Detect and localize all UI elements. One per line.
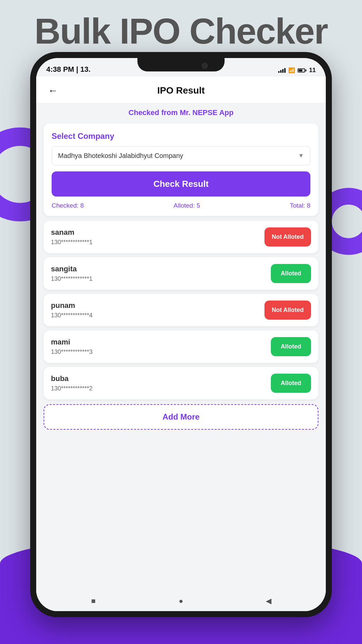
phone-frame: 4:38 PM | 13. 📶 11 — [30, 52, 332, 617]
page-title: IPO Result — [36, 85, 326, 96]
app-header: ← IPO Result — [36, 76, 326, 103]
result-name: mami — [51, 338, 93, 346]
result-account: 130************3 — [51, 348, 93, 356]
result-info: punam130************4 — [51, 301, 93, 319]
bottom-nav: ■ ● ◀ — [36, 591, 326, 611]
status-time: 4:38 PM | 13. — [46, 65, 90, 74]
wifi-icon: 📶 — [288, 67, 295, 73]
signal-icon — [278, 68, 286, 73]
add-more-button[interactable]: Add More — [52, 412, 310, 422]
select-company-card: Select Company Madhya Bhotekoshi Jalabid… — [44, 123, 318, 216]
result-info: sanam130************1 — [51, 228, 93, 246]
result-card: sanam130************1Not Alloted — [44, 221, 318, 253]
battery-percent: 11 — [309, 67, 316, 74]
checked-stat: Checked: 8 — [52, 202, 84, 209]
result-card: mami130************3Alloted — [44, 330, 318, 363]
result-name: sanam — [51, 228, 93, 237]
select-company-label: Select Company — [52, 131, 310, 141]
phone-screen: 4:38 PM | 13. 📶 11 — [36, 58, 326, 611]
result-account: 130************2 — [51, 385, 93, 392]
nav-square-icon[interactable]: ■ — [88, 596, 99, 606]
result-name: punam — [51, 301, 93, 310]
result-account: 130************4 — [51, 312, 93, 319]
result-info: buba130************2 — [51, 374, 93, 392]
result-account: 130************1 — [51, 275, 93, 282]
check-result-button[interactable]: Check Result — [52, 171, 310, 197]
result-info: sangita130************1 — [51, 265, 93, 282]
app-content: ← IPO Result Checked from Mr. NEPSE App … — [36, 76, 326, 611]
result-card: sangita130************1Alloted — [44, 257, 318, 290]
result-name: sangita — [51, 265, 93, 273]
result-account: 130************1 — [51, 239, 93, 246]
results-list: sanam130************1Not Allotedsangita1… — [36, 221, 326, 399]
status-icons: 📶 11 — [278, 67, 316, 74]
status-badge: Not Alloted — [264, 227, 311, 247]
status-badge: Not Alloted — [264, 301, 311, 320]
page-background-title: Bulk IPO Checker — [0, 10, 362, 52]
nav-home-icon[interactable]: ● — [176, 596, 186, 606]
add-more-container[interactable]: Add More — [44, 404, 318, 430]
status-badge: Alloted — [271, 264, 311, 283]
result-info: mami130************3 — [51, 338, 93, 356]
alloted-stat: Alloted: 5 — [174, 202, 200, 209]
battery-icon — [298, 68, 306, 72]
front-camera — [202, 63, 208, 69]
result-name: buba — [51, 374, 93, 383]
dropdown-arrow-icon: ▼ — [298, 152, 304, 159]
selected-company-text: Madhya Bhotekoshi Jalabidhyut Company — [58, 152, 183, 160]
company-dropdown[interactable]: Madhya Bhotekoshi Jalabidhyut Company ▼ — [52, 146, 310, 165]
status-badge: Alloted — [271, 337, 311, 356]
result-card: buba130************2Alloted — [44, 367, 318, 399]
app-subtitle: Checked from Mr. NEPSE App — [36, 103, 326, 119]
stats-row: Checked: 8 Alloted: 5 Total: 8 — [52, 202, 310, 209]
total-stat: Total: 8 — [290, 202, 310, 209]
result-card: punam130************4Not Alloted — [44, 294, 318, 326]
phone-notch — [137, 58, 225, 71]
status-badge: Alloted — [271, 374, 311, 393]
nav-back-icon[interactable]: ◀ — [263, 596, 274, 606]
